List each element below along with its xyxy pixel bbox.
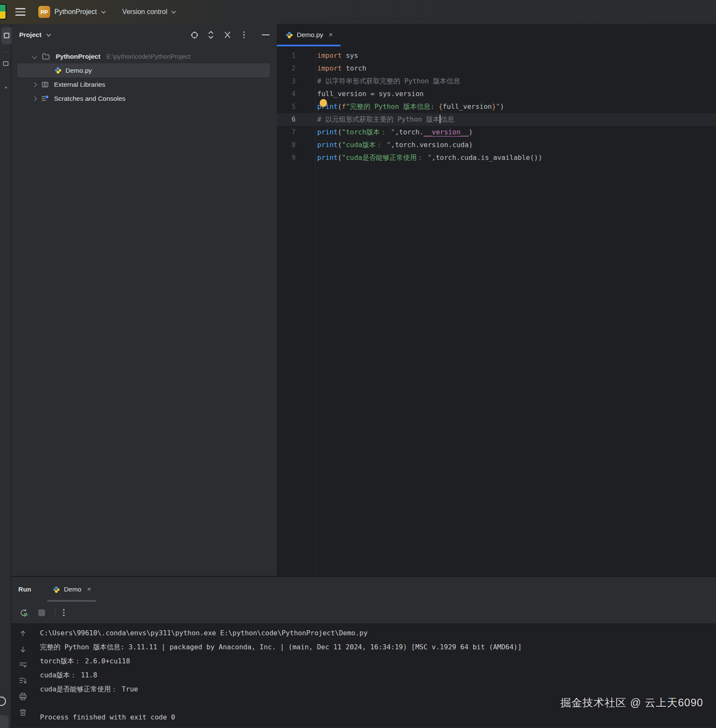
tab-label: Demo.py (297, 31, 323, 39)
project-badge-icon[interactable]: PP (38, 6, 50, 18)
scratches-label: Scratches and Consoles (54, 95, 125, 102)
expand-all-button[interactable] (206, 30, 216, 40)
line-number: 9 (277, 151, 315, 164)
file-name: Demo.py (65, 67, 92, 74)
chevron-collapsed-icon[interactable] (32, 96, 37, 101)
tree-item-demo-file[interactable]: Demo.py (17, 63, 270, 77)
console-line: Process finished with exit code 0 (40, 710, 522, 724)
project-tree: PythonProject E:\python\code\PythonProje… (11, 46, 277, 105)
libraries-icon (41, 81, 49, 88)
tree-item-external-libraries[interactable]: External Libraries (11, 77, 277, 91)
code-text: print("torch版本： ",torch.__version__) (315, 126, 473, 139)
run-tab-demo[interactable]: Demo × (47, 577, 96, 602)
line-number: 7 (277, 126, 315, 139)
root-name: PythonProject (56, 53, 100, 60)
run-tab-bar: Run Demo × (11, 577, 716, 602)
code-line-4[interactable]: 4full_version = sys.version (277, 88, 716, 100)
version-control-label: Version control (122, 8, 168, 16)
version-control-menu[interactable]: Version control (122, 8, 175, 16)
code-line-2[interactable]: 2import torch (277, 62, 716, 75)
main-toolbar: PP PythonProject Version control (0, 0, 716, 24)
tab-demo-py[interactable]: Demo.py × (277, 24, 341, 46)
folder-icon (42, 53, 50, 60)
collapse-all-button[interactable] (222, 30, 233, 40)
code-text: print("cuda是否能够正常使用： ",torch.cuda.is_ava… (315, 151, 542, 164)
run-console: C:\Users\99610\.conda\envs\py311\python.… (11, 624, 716, 728)
selected-tab-indicator (47, 600, 96, 602)
python-file-icon (52, 586, 60, 593)
more-toolwindows-icon[interactable] (5, 87, 7, 88)
code-line-7[interactable]: 7print("torch版本： ",torch.__version__) (277, 126, 716, 139)
rerun-button[interactable] (18, 607, 29, 618)
run-toolbar (11, 602, 716, 624)
soft-wrap-button[interactable] (18, 660, 28, 670)
chevron-down-icon (171, 9, 176, 14)
line-number: 5 (277, 100, 315, 113)
project-icon (4, 33, 9, 38)
line-number: 2 (277, 62, 315, 75)
run-toolwindow-button[interactable] (0, 697, 6, 706)
app-logo-icon (0, 4, 6, 20)
console-line: C:\Users\99610\.conda\envs\py311\python.… (40, 626, 522, 640)
code-text: print("cuda版本： ",torch.version.cuda) (315, 139, 473, 151)
left-tool-stripe (0, 24, 11, 728)
code-text: # 以字符串形式获取完整的 Python 版本信息 (315, 75, 460, 88)
run-tab-label: Demo (64, 586, 81, 593)
down-stacktrace-button[interactable] (18, 645, 28, 654)
root-path: E:\python\code\PythonProject (106, 53, 190, 60)
line-number: 6 (277, 113, 315, 126)
locate-file-button[interactable] (189, 30, 199, 40)
tree-item-scratches[interactable]: Scratches and Consoles (11, 91, 277, 105)
console-line: 完整的 Python 版本信息: 3.11.11 | packaged by A… (40, 640, 522, 654)
clear-console-button[interactable] (18, 708, 28, 717)
chevron-down-icon (46, 32, 51, 37)
line-number: 4 (277, 88, 315, 100)
panel-options-button[interactable] (239, 30, 249, 40)
line-number: 1 (277, 49, 315, 62)
code-line-9[interactable]: 9print("cuda是否能够正常使用： ",torch.cuda.is_av… (277, 151, 716, 164)
terminal-toolwindow-button[interactable] (0, 715, 9, 728)
watermark-text: 掘金技术社区 @ 云上天6090 (560, 696, 703, 710)
editor-body[interactable]: 1import sys2import torch3# 以字符串形式获取完整的 P… (277, 46, 716, 575)
project-panel: Project PythonProject (11, 24, 277, 576)
code-line-6[interactable]: 6# 以元组形式获取主要的 Python 版本信息 (277, 113, 716, 126)
project-selector-label: PythonProject (54, 8, 97, 16)
project-view-selector[interactable]: Project (19, 31, 50, 39)
hide-panel-button[interactable] (261, 30, 271, 40)
editor-area: Demo.py × 1import sys2import torch3# 以字符… (277, 24, 716, 576)
code-text: import torch (315, 62, 367, 75)
stop-button[interactable] (36, 607, 47, 618)
python-file-icon (54, 67, 62, 74)
line-number: 3 (277, 75, 315, 88)
external-libraries-label: External Libraries (54, 81, 105, 88)
tree-item-root[interactable]: PythonProject E:\python\code\PythonProje… (11, 49, 277, 63)
run-options-button[interactable] (63, 609, 65, 616)
code-line-8[interactable]: 8print("cuda版本： ",torch.version.cuda) (277, 139, 716, 151)
main-menu-button[interactable] (15, 6, 27, 18)
stripe-divider (2, 52, 9, 52)
code-text: # 以元组形式获取主要的 Python 版本信息 (315, 113, 454, 126)
console-line: torch版本： 2.6.0+cu118 (40, 654, 522, 668)
console-line: cuda是否能够正常使用： True (40, 682, 522, 696)
chevron-collapsed-icon[interactable] (32, 82, 37, 87)
commit-toolwindow-button[interactable] (3, 61, 9, 66)
scroll-to-end-button[interactable] (18, 676, 28, 685)
console-gutter (11, 624, 34, 728)
project-selector[interactable]: PythonProject (54, 8, 105, 16)
close-tab-icon[interactable]: × (87, 585, 91, 594)
print-button[interactable] (18, 692, 28, 701)
code-line-5[interactable]: 5print(f"完整的 Python 版本信息: {full_version}… (277, 100, 716, 113)
toolbar-divider (55, 608, 55, 617)
python-file-icon (285, 31, 293, 39)
close-tab-icon[interactable]: × (329, 31, 333, 39)
chevron-expanded-icon[interactable] (32, 54, 37, 59)
up-stacktrace-button[interactable] (18, 629, 28, 638)
code-line-1[interactable]: 1import sys (277, 49, 716, 62)
console-line (40, 696, 522, 710)
code-text: import sys (315, 49, 358, 62)
intention-bulb-icon[interactable] (320, 99, 327, 106)
code-line-3[interactable]: 3# 以字符串形式获取完整的 Python 版本信息 (277, 75, 716, 88)
stop-icon (38, 609, 45, 616)
console-output[interactable]: C:\Users\99610\.conda\envs\py311\python.… (34, 624, 522, 728)
chevron-down-icon (101, 9, 105, 14)
